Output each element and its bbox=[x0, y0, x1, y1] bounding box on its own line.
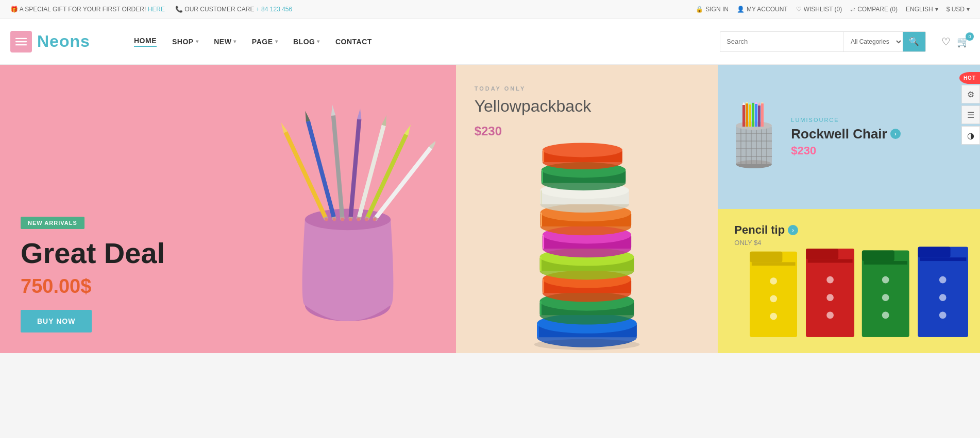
chevron-down-icon: ▾ bbox=[967, 6, 970, 13]
svg-marker-22 bbox=[381, 114, 388, 126]
contrast-icon: ◑ bbox=[967, 131, 974, 141]
svg-point-119 bbox=[882, 276, 889, 284]
menu-hamburger[interactable] bbox=[10, 31, 32, 52]
svg-rect-0 bbox=[15, 38, 27, 39]
category-select[interactable]: All Categories bbox=[843, 32, 903, 51]
blog-chevron-icon: ▾ bbox=[317, 39, 320, 44]
svg-point-122 bbox=[939, 276, 947, 284]
svg-marker-94 bbox=[755, 102, 757, 104]
svg-marker-96 bbox=[761, 102, 764, 103]
currency-selector[interactable]: $ USD ▾ bbox=[947, 6, 970, 13]
svg-marker-92 bbox=[749, 102, 751, 104]
nav-page[interactable]: PAGE ▾ bbox=[252, 38, 278, 46]
top-bar: 🎁 A SPECIAL GIFT FOR YOUR FIRST ORDER! H… bbox=[0, 0, 980, 19]
filter-lines-button[interactable]: ☰ bbox=[961, 106, 980, 124]
search-button[interactable]: 🔍 bbox=[903, 32, 925, 51]
top-bar-left: 🎁 A SPECIAL GIFT FOR YOUR FIRST ORDER! H… bbox=[10, 6, 292, 13]
svg-point-123 bbox=[939, 294, 947, 301]
gift-link[interactable]: HERE bbox=[148, 6, 165, 13]
my-account-link[interactable]: 👤 MY ACCOUNT bbox=[737, 6, 788, 13]
compare-link[interactable]: ⇌ COMPARE (0) bbox=[850, 6, 898, 13]
svg-point-115 bbox=[770, 313, 778, 320]
sign-in-link[interactable]: 🔒 SIGN IN bbox=[696, 6, 729, 13]
search-input[interactable] bbox=[720, 38, 843, 45]
wishlist-button[interactable]: ♡ bbox=[941, 36, 951, 48]
cart-badge: 0 bbox=[966, 32, 974, 41]
svg-marker-90 bbox=[742, 102, 745, 105]
top-bar-right: 🔒 SIGN IN 👤 MY ACCOUNT ♡ WISHLIST (0) ⇌ … bbox=[696, 6, 970, 13]
svg-rect-100 bbox=[750, 252, 783, 262]
svg-rect-1 bbox=[15, 41, 27, 42]
svg-rect-2 bbox=[15, 44, 27, 45]
phone-info: 📞 OUR CUSTOMER CARE + 84 123 456 bbox=[175, 6, 292, 13]
hero-banner: NEW ARRIVALS Great Deal 750.00$ BUY NOW bbox=[0, 65, 456, 353]
wishlist-link[interactable]: ♡ WISHLIST (0) bbox=[796, 6, 842, 13]
hero-badge: NEW ARRIVALS bbox=[21, 217, 85, 229]
svg-marker-26 bbox=[404, 124, 412, 135]
right-banner-title: Rockwell Chair › bbox=[791, 126, 964, 142]
svg-marker-95 bbox=[758, 102, 761, 106]
search-icon: 🔍 bbox=[909, 37, 919, 46]
phone-number[interactable]: + 84 123 456 bbox=[256, 6, 292, 13]
svg-rect-103 bbox=[808, 259, 853, 263]
heart-icon: ♡ bbox=[941, 36, 951, 48]
svg-rect-84 bbox=[746, 103, 748, 127]
nav-home[interactable]: HOME bbox=[134, 37, 157, 47]
contrast-toggle-button[interactable]: ◑ bbox=[961, 126, 980, 145]
user-icon: 👤 bbox=[737, 6, 745, 13]
site-logo[interactable]: Neons bbox=[37, 32, 90, 51]
middle-banner: TODAY ONLY Yellowpackback $230 bbox=[456, 65, 718, 353]
settings-panel: ⚙ ☰ ◑ bbox=[961, 85, 980, 145]
svg-rect-107 bbox=[864, 261, 908, 265]
filter-icon: ☰ bbox=[967, 110, 974, 120]
svg-marker-6 bbox=[279, 121, 287, 133]
language-selector[interactable]: ENGLISH ▾ bbox=[906, 6, 938, 13]
svg-point-59 bbox=[543, 143, 622, 157]
svg-point-121 bbox=[882, 312, 889, 319]
nav-blog[interactable]: BLOG ▾ bbox=[293, 38, 320, 46]
svg-point-114 bbox=[770, 295, 778, 303]
nav-shop[interactable]: SHOP ▾ bbox=[172, 38, 198, 46]
phone-icon: 📞 bbox=[175, 6, 183, 13]
hero-buy-button[interactable]: BUY NOW bbox=[21, 310, 92, 332]
hero-product-image bbox=[260, 80, 435, 348]
svg-marker-10 bbox=[303, 110, 310, 121]
main-content: NEW ARRIVALS Great Deal 750.00$ BUY NOW bbox=[0, 65, 980, 353]
svg-rect-104 bbox=[806, 249, 838, 259]
gift-promo: 🎁 A SPECIAL GIFT FOR YOUR FIRST ORDER! H… bbox=[10, 6, 165, 13]
svg-point-118 bbox=[826, 312, 834, 319]
right-banners: LUMISOURCE Rockwell Chair › $230 Pencil … bbox=[718, 65, 980, 353]
svg-rect-99 bbox=[752, 262, 796, 266]
nav-contact[interactable]: CONTACT bbox=[335, 38, 372, 46]
page-chevron-icon: ▾ bbox=[275, 39, 278, 44]
svg-rect-111 bbox=[920, 257, 966, 261]
svg-marker-91 bbox=[746, 102, 748, 103]
heart-icon: ♡ bbox=[796, 6, 802, 13]
lock-icon: 🔒 bbox=[696, 6, 703, 13]
gift-icon: 🎁 bbox=[10, 6, 18, 13]
nav-new[interactable]: NEW ▾ bbox=[214, 38, 236, 46]
cart-button[interactable]: 🛒 0 bbox=[957, 36, 970, 48]
svg-rect-87 bbox=[755, 104, 757, 127]
navbar: Neons HOME SHOP ▾ NEW ▾ PAGE ▾ BLOG ▾ CO… bbox=[0, 19, 980, 65]
svg-rect-88 bbox=[758, 106, 761, 127]
svg-rect-108 bbox=[862, 251, 894, 261]
middle-title: Yellowpackback bbox=[475, 97, 700, 116]
svg-point-124 bbox=[939, 312, 947, 319]
middle-eyebrow: TODAY ONLY bbox=[475, 85, 700, 92]
svg-rect-17 bbox=[348, 119, 361, 220]
svg-point-69 bbox=[534, 339, 640, 350]
right-top-product-image bbox=[728, 102, 780, 171]
svg-rect-86 bbox=[752, 103, 754, 127]
settings-gear-button[interactable]: ⚙ bbox=[961, 85, 980, 103]
hot-badge: HOT bbox=[959, 72, 980, 84]
svg-rect-13 bbox=[331, 115, 344, 220]
compare-icon: ⇌ bbox=[850, 6, 855, 13]
logo-area: Neons bbox=[10, 31, 113, 52]
middle-product-image bbox=[515, 118, 659, 353]
svg-marker-93 bbox=[752, 102, 754, 103]
right-arrow-icon[interactable]: › bbox=[890, 129, 901, 139]
search-bar: All Categories 🔍 bbox=[720, 31, 926, 52]
svg-rect-83 bbox=[742, 105, 745, 127]
new-chevron-icon: ▾ bbox=[233, 39, 236, 44]
